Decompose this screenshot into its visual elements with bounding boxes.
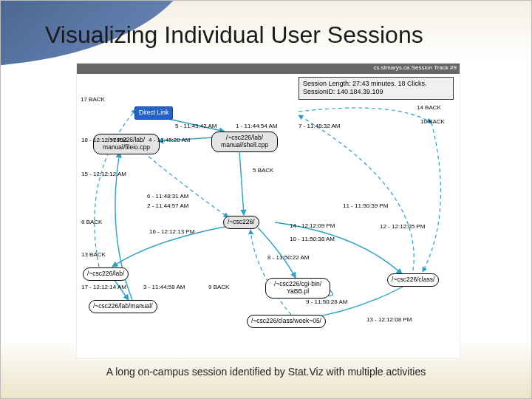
lbl-e14: 14 - 12:12:09 PM [290,222,335,229]
node-cgibin: /~csc226/cgi-bin/ YaBB.pl [265,278,330,299]
diagram-header: cs.stmarys.ca Session Track #9 [77,64,460,74]
session-length-text: Session Length: 27:43 minutes. 18 Clicks… [303,80,449,88]
lbl-e15: 15 - 12:12:12 AM [81,171,126,177]
slide-title: Visualizing Individual User Sessions [45,21,502,49]
session-info-box: Session Length: 27:43 minutes. 18 Clicks… [299,77,454,100]
node-shell: /~csc226/lab/ manual/shell.cpp [211,132,278,152]
lbl-14back: 14 BACK [417,104,441,111]
session-id-text: SessionID: 140.184.39.109 [303,88,449,96]
lbl-17back: 17 BACK [81,96,105,103]
lbl-e1: 1 - 11:44:54 AM [236,123,277,129]
node-labmanual: /~csc226/lab/manual/ [89,300,157,313]
node-lab: /~csc226/lab/ [83,267,129,281]
lbl-e9: 9 - 11:50:28 AM [306,299,347,305]
lbl-e4: 4 - 11:45:20 AM [149,137,190,143]
lbl-e5: 5 - 11:45:42 AM [175,123,216,129]
lbl-8back: 8 BACK [81,219,102,225]
slide: Visualizing Individual User Sessions cs.… [0,0,532,399]
lbl-e16: 16 - 12:12:13 PM [149,228,194,235]
lbl-e13: 13 - 12:12:08 PM [366,316,412,323]
node-classweek: /~csc226/class/week~05/ [247,315,326,328]
lbl-e7: 7 - 11:48:32 AM [299,123,340,129]
lbl-e17: 17 - 12:12:14 AM [81,284,126,290]
lbl-e2: 2 - 11:44:57 AM [147,202,188,209]
lbl-e18: 18 - 12:12:37 PM [81,137,126,143]
node-direct-link: Direct Link [134,106,173,120]
lbl-e6: 6 - 11:48:31 AM [147,193,188,200]
lbl-5back: 5 BACK [253,167,273,174]
lbl-9back: 9 BACK [208,284,229,290]
lbl-e8: 8 - 11:50:22 AM [267,254,309,261]
node-csc226: /~csc226/ [223,216,259,229]
lbl-e11: 11 - 11:50:39 PM [343,202,388,209]
lbl-e10: 10 - 11:50:38 AM [290,236,335,242]
slide-caption: A long on-campus session identified by S… [1,366,531,378]
lbl-13back: 13 BACK [81,251,106,258]
lbl-e3: 3 - 11:44:58 AM [143,284,185,290]
lbl-10back: 10 BACK [420,118,445,125]
session-diagram: cs.stmarys.ca Session Track #9 Session L… [76,63,460,358]
lbl-e12: 12 - 12:12:05 PM [380,223,425,230]
node-class: /~csc226/class/ [387,273,439,287]
